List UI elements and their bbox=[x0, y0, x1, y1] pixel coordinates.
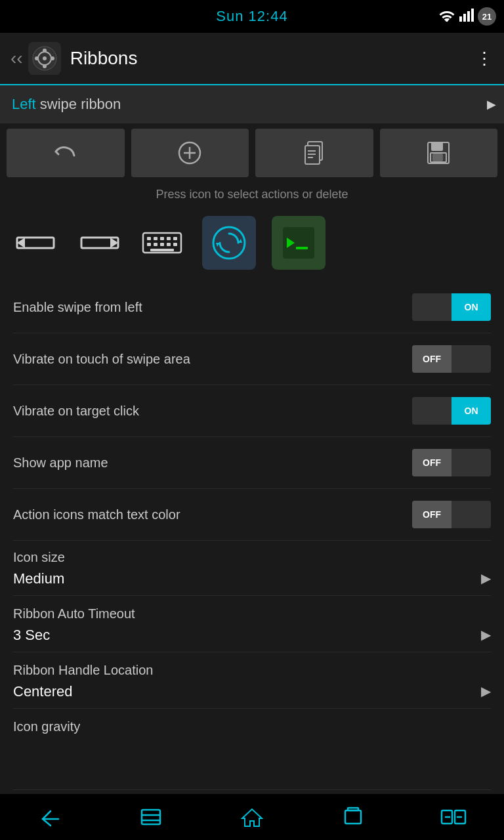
toggle-knob-off3: OFF bbox=[412, 501, 452, 528]
arrow-right-icon[interactable] bbox=[76, 225, 122, 261]
setting-ribbon-timeout[interactable]: Ribbon Auto Timeout 3 Sec ▶ bbox=[13, 596, 491, 652]
setting-icon-size[interactable]: Icon size Medium ▶ bbox=[13, 541, 491, 596]
app-title: Ribbons bbox=[70, 48, 476, 69]
svg-rect-37 bbox=[173, 243, 177, 246]
svg-point-8 bbox=[43, 64, 47, 68]
svg-point-10 bbox=[51, 56, 54, 60]
sync-gear-icon[interactable] bbox=[202, 216, 256, 270]
setting-icon-gravity[interactable]: Icon gravity bbox=[13, 709, 491, 790]
toggle-knob-on: ON bbox=[452, 293, 491, 321]
svg-rect-34 bbox=[154, 243, 158, 246]
svg-rect-50 bbox=[348, 808, 358, 810]
setting-label-vibrate-touch: Vibrate on touch of swipe area bbox=[13, 352, 412, 367]
toggle-vibrate-click[interactable]: ON bbox=[412, 397, 491, 425]
dropdown-arrow-icon: ▶ bbox=[487, 97, 496, 112]
settings-list: Enable swipe from left ON Vibrate on tou… bbox=[0, 282, 504, 790]
svg-marker-26 bbox=[110, 238, 118, 248]
toggle-knob-off: OFF bbox=[412, 345, 452, 373]
toggle-vibrate-touch[interactable]: OFF bbox=[412, 345, 491, 373]
ribbon-timeout-arrow: ▶ bbox=[481, 627, 491, 642]
setting-vibrate-click: Vibrate on target click ON bbox=[13, 385, 491, 437]
icons-row bbox=[0, 211, 504, 282]
svg-marker-24 bbox=[17, 238, 25, 248]
nav-recent-button[interactable] bbox=[333, 801, 373, 833]
handle-location-value: Centered bbox=[13, 681, 491, 703]
handle-location-arrow: ▶ bbox=[481, 683, 491, 699]
setting-label-enable-swipe: Enable swipe from left bbox=[13, 300, 412, 315]
menu-dots-icon[interactable]: ⋮ bbox=[476, 49, 494, 69]
add-button[interactable] bbox=[131, 129, 249, 177]
svg-rect-29 bbox=[154, 237, 158, 240]
setting-label-handle-location: Ribbon Handle Location bbox=[13, 663, 491, 678]
svg-marker-48 bbox=[242, 809, 262, 826]
svg-point-7 bbox=[43, 49, 47, 52]
app-icon bbox=[28, 42, 61, 75]
icon-size-value: Medium bbox=[13, 568, 491, 590]
nav-home-button[interactable] bbox=[232, 801, 272, 833]
svg-rect-20 bbox=[432, 142, 442, 150]
bottom-nav bbox=[0, 794, 504, 840]
toggle-knob-off2: OFF bbox=[412, 449, 452, 476]
svg-rect-45 bbox=[142, 810, 160, 824]
nav-recents2-button[interactable] bbox=[434, 801, 473, 833]
battery-badge: 21 bbox=[478, 7, 496, 26]
setting-label-vibrate-click: Vibrate on target click bbox=[13, 404, 412, 419]
keyboard-icon[interactable] bbox=[139, 225, 185, 261]
back-arrow-icon[interactable]: ‹‹ bbox=[10, 48, 23, 69]
copy-button[interactable] bbox=[255, 129, 373, 177]
nav-menu-button[interactable] bbox=[131, 801, 171, 833]
setting-label-ribbon-timeout: Ribbon Auto Timeout bbox=[13, 606, 491, 621]
setting-show-app: Show app name OFF bbox=[13, 437, 491, 489]
toggle-enable-swipe[interactable]: ON bbox=[412, 293, 491, 321]
setting-handle-location[interactable]: Ribbon Handle Location Centered ▶ bbox=[13, 652, 491, 709]
svg-rect-1 bbox=[463, 14, 466, 22]
ribbon-selector[interactable]: Left swipe ribbon ▶ bbox=[0, 85, 504, 123]
icon-size-arrow: ▶ bbox=[481, 570, 491, 586]
save-button[interactable] bbox=[380, 129, 498, 177]
svg-rect-0 bbox=[459, 16, 462, 22]
setting-label-icon-size: Icon size bbox=[13, 550, 491, 565]
setting-label-show-app: Show app name bbox=[13, 455, 412, 471]
svg-rect-49 bbox=[345, 810, 361, 824]
signal-icon bbox=[459, 9, 474, 24]
svg-rect-32 bbox=[173, 237, 177, 240]
arrow-left-icon[interactable] bbox=[13, 225, 59, 261]
terminal-icon[interactable] bbox=[272, 216, 326, 270]
status-right-icons: 21 bbox=[438, 7, 496, 26]
ribbon-selector-label: Left swipe ribbon bbox=[12, 96, 121, 113]
toggle-icon-match[interactable]: OFF bbox=[412, 501, 491, 528]
svg-rect-35 bbox=[160, 243, 164, 246]
toggle-knob-on2: ON bbox=[452, 397, 491, 425]
wifi-icon bbox=[438, 9, 455, 24]
setting-vibrate-touch: Vibrate on touch of swipe area OFF bbox=[13, 333, 491, 385]
press-hint: Press icon to select actions or delete bbox=[0, 182, 504, 211]
action-buttons-row bbox=[0, 123, 504, 182]
ribbon-timeout-value: 3 Sec bbox=[13, 624, 491, 646]
svg-rect-3 bbox=[471, 9, 474, 22]
status-bar: Sun 12:44 21 bbox=[0, 0, 504, 33]
svg-rect-36 bbox=[167, 243, 171, 246]
svg-rect-28 bbox=[147, 237, 151, 240]
svg-rect-38 bbox=[150, 249, 174, 251]
svg-rect-2 bbox=[467, 11, 470, 22]
setting-label-icon-gravity: Icon gravity bbox=[13, 719, 491, 734]
svg-rect-31 bbox=[167, 237, 171, 240]
svg-rect-33 bbox=[147, 243, 151, 246]
setting-icon-match: Action icons match text color OFF bbox=[13, 489, 491, 541]
top-bar: ‹‹ Ribbons ⋮ bbox=[0, 33, 504, 85]
svg-rect-30 bbox=[160, 237, 164, 240]
undo-button[interactable] bbox=[7, 129, 125, 177]
setting-enable-swipe: Enable swipe from left ON bbox=[13, 282, 491, 333]
svg-rect-44 bbox=[296, 247, 308, 249]
setting-label-icon-match: Action icons match text color bbox=[13, 507, 412, 522]
svg-point-6 bbox=[43, 56, 47, 60]
toggle-show-app[interactable]: OFF bbox=[412, 449, 491, 476]
nav-back-button[interactable] bbox=[31, 801, 70, 833]
svg-point-9 bbox=[35, 56, 39, 60]
status-time: Sun 12:44 bbox=[216, 8, 287, 25]
svg-rect-22 bbox=[433, 154, 442, 161]
